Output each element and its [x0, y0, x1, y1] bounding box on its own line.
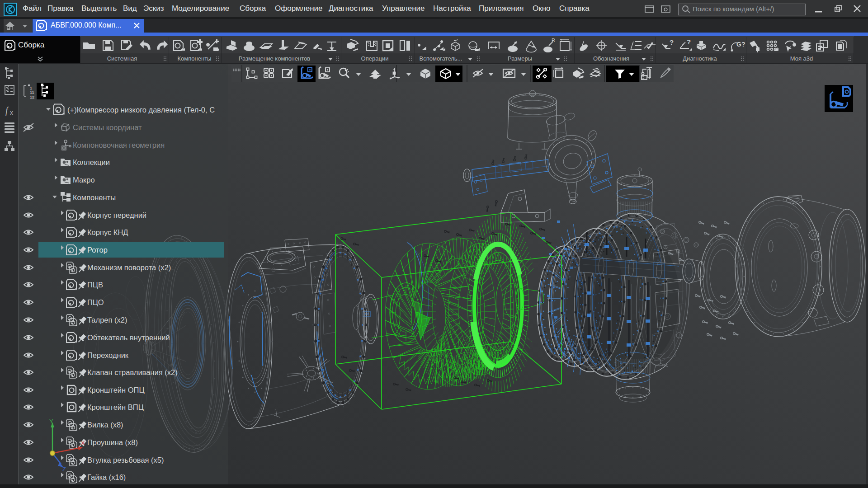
svg-text:Компоненты: Компоненты	[73, 193, 116, 202]
svg-text:Ротор: Ротор	[87, 246, 108, 254]
svg-text:Кронштейн ВПЦ: Кронштейн ВПЦ	[87, 403, 144, 411]
svg-text:Механизм поворота (x2): Механизм поворота (x2)	[87, 263, 171, 272]
svg-text:ПЦВ: ПЦВ	[87, 281, 103, 289]
svg-text:Вилка (x8): Вилка (x8)	[87, 421, 123, 429]
svg-text:Клапан стравливания (x2): Клапан стравливания (x2)	[87, 368, 178, 376]
svg-text:Y: Y	[49, 418, 53, 425]
svg-text:Коллекции: Коллекции	[73, 158, 110, 166]
svg-text:X: X	[81, 440, 85, 446]
svg-text:Втулка резьбовая (x5): Втулка резьбовая (x5)	[87, 456, 164, 464]
svg-text:Корпус КНД: Корпус КНД	[87, 228, 128, 236]
svg-text:Корпус передний: Корпус передний	[87, 211, 146, 219]
svg-text:Проушина (x8): Проушина (x8)	[87, 438, 138, 446]
svg-text:Макро: Макро	[73, 176, 95, 184]
svg-text:Кронштейн ОПЦ: Кронштейн ОПЦ	[87, 386, 145, 394]
svg-text:Компоновочная геометрия: Компоновочная геометрия	[73, 141, 165, 149]
svg-text:Обтекатель внутренний: Обтекатель внутренний	[87, 333, 170, 342]
svg-text:12: 12	[30, 95, 34, 99]
svg-text:Талреп (x2): Талреп (x2)	[87, 316, 127, 324]
svg-text:Гайка (x16): Гайка (x16)	[87, 473, 126, 481]
svg-text:11: 11	[30, 90, 34, 95]
svg-text:Переходник: Переходник	[87, 351, 129, 359]
svg-text:Z: Z	[62, 466, 66, 473]
svg-text:Системы координат: Системы координат	[73, 123, 142, 131]
svg-text:(+)Компрессор низкого давления: (+)Компрессор низкого давления (Тел-0, С	[67, 106, 215, 114]
svg-text:ПЦО: ПЦО	[87, 298, 104, 306]
svg-text:1: 1	[30, 86, 32, 90]
